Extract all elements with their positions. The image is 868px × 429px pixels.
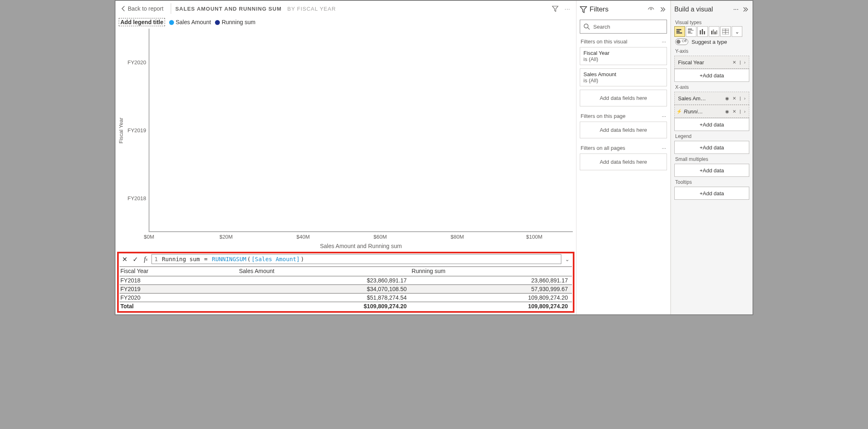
formula-table-block: ✕ ✓ fx 1 Running sum = RUNNINGSUM ([Sale… [117, 252, 574, 313]
filter-icon [580, 6, 587, 13]
svg-rect-9 [688, 33, 692, 34]
xaxis-well-label: X-axis [671, 83, 753, 91]
y-axis-title: Fiscal Year [117, 117, 125, 144]
fx-icon: fx [141, 254, 151, 264]
remove-field-icon[interactable]: ✕ [732, 96, 736, 101]
chart-legend: Add legend title Sales Amount Running su… [119, 18, 573, 26]
filter-drop-page[interactable]: Add data fields here [580, 122, 667, 138]
col-sales-amount[interactable]: Sales Amount [238, 267, 411, 276]
svg-rect-14 [713, 29, 714, 34]
svg-rect-4 [676, 31, 680, 32]
visual-type-clustered-column[interactable] [697, 26, 708, 37]
table-row[interactable]: FY2018$23,860,891.1723,860,891.17 [120, 276, 572, 285]
visual-type-stacked-column[interactable] [709, 26, 719, 37]
small-multiples-well-label: Small multiples [671, 155, 753, 163]
x-tick-label: $80M [450, 234, 464, 240]
tooltips-add-data-button[interactable]: +Add data [674, 187, 749, 200]
svg-rect-10 [700, 30, 701, 34]
svg-rect-3 [676, 29, 681, 30]
xaxis-add-data-button[interactable]: +Add data [674, 118, 749, 131]
xaxis-field-sales-amount[interactable]: Sales Am… ◉ ✕ | › [674, 92, 749, 105]
filters-on-all-label: Filters on all pages [581, 145, 625, 151]
build-title: Build a visual [674, 6, 713, 13]
separator [171, 3, 171, 14]
visual-type-more[interactable]: ⌄ [732, 26, 742, 37]
formula-expand-icon[interactable]: ⌄ [562, 256, 572, 262]
visual-type-table[interactable] [720, 26, 731, 37]
filters-on-page-label: Filters on this page [581, 113, 626, 119]
svg-rect-13 [711, 31, 712, 34]
visual-types-label: Visual types [671, 18, 753, 26]
legend-add-data-button[interactable]: +Add data [674, 141, 749, 154]
visual-title: SALES AMOUNT AND RUNNING SUM [175, 6, 282, 12]
svg-rect-11 [702, 29, 703, 34]
x-axis: $0M$20M$40M$60M$80M$100M [149, 232, 573, 242]
legend-well-label: Legend [671, 132, 753, 140]
yaxis-well-label: Y-axis [671, 47, 753, 55]
section-more-icon[interactable]: ··· [662, 38, 666, 45]
svg-rect-6 [688, 29, 692, 29]
tooltips-well-label: Tooltips [671, 178, 753, 186]
yaxis-field-fiscal-year[interactable]: Fiscal Year ✕ | › [674, 56, 749, 69]
section-more-icon[interactable]: ··· [662, 145, 666, 151]
legend-item-running: Running sum [215, 19, 255, 25]
x-tick-label: $60M [373, 234, 387, 240]
col-running-sum[interactable]: Running sum [411, 267, 572, 276]
data-table: Fiscal Year Sales Amount Running sum FY2… [120, 266, 572, 310]
x-tick-label: $20M [219, 234, 233, 240]
filter-drop-visual[interactable]: Add data fields here [580, 90, 667, 106]
legend-item-sales: Sales Amount [169, 19, 211, 25]
filter-icon[interactable] [549, 2, 561, 15]
legend-title-placeholder[interactable]: Add legend title [119, 18, 165, 26]
suggest-label: Suggest a type [692, 39, 727, 45]
x-axis-title: Sales Amount and Running sum [149, 243, 573, 249]
y-tick-label: FY2018 [125, 195, 146, 201]
filters-search-input[interactable]: Search [580, 20, 667, 34]
back-to-report[interactable]: Back to report [118, 4, 167, 14]
chevron-left-icon [121, 6, 125, 11]
formula-commit-button[interactable]: ✓ [130, 254, 140, 264]
filter-card-sales-amount[interactable]: Sales Amount is (All) [580, 68, 667, 86]
back-label: Back to report [128, 5, 163, 12]
small-multiples-add-data-button[interactable]: +Add data [674, 164, 749, 177]
svg-rect-8 [688, 32, 691, 32]
svg-point-0 [650, 8, 652, 10]
visual-subtitle: BY FISCAL YEAR [287, 6, 336, 12]
visual-type-stacked-bar[interactable] [674, 26, 685, 37]
formula-cancel-button[interactable]: ✕ [120, 254, 129, 264]
table-total-row: Total$109,809,274.20109,809,274.20 [120, 302, 572, 311]
section-more-icon[interactable]: ··· [662, 113, 666, 119]
collapse-filters-icon[interactable] [658, 3, 667, 16]
eye-icon[interactable]: ◉ [725, 109, 729, 114]
chevron-right-icon[interactable]: › [744, 109, 746, 114]
svg-rect-5 [676, 32, 682, 34]
chevron-right-icon[interactable]: › [744, 96, 746, 101]
svg-line-2 [588, 28, 590, 30]
chevron-right-icon[interactable]: › [744, 60, 746, 65]
eye-icon[interactable]: ◉ [725, 96, 729, 101]
y-tick-label: FY2020 [125, 59, 146, 65]
filter-card-fiscal-year[interactable]: Fiscal Year is (All) [580, 47, 667, 65]
eye-icon[interactable] [646, 3, 656, 16]
svg-point-1 [584, 24, 588, 28]
visual-type-clustered-bar[interactable] [686, 26, 696, 37]
filter-drop-all[interactable]: Add data fields here [580, 154, 667, 170]
remove-field-icon[interactable]: ✕ [732, 60, 736, 65]
yaxis-add-data-button[interactable]: +Add data [674, 69, 749, 82]
collapse-build-icon[interactable] [741, 3, 749, 16]
suggest-type-toggle[interactable]: Off [675, 38, 688, 45]
measure-icon: ⚡ [676, 109, 682, 114]
search-icon [583, 23, 590, 30]
filters-on-visual-label: Filters on this visual [581, 38, 627, 45]
xaxis-field-running-sum[interactable]: ⚡ Runni… ◉ ✕ | › [674, 105, 749, 118]
table-row[interactable]: FY2020$51,878,274.54109,809,274.20 [120, 294, 572, 302]
build-more-icon[interactable]: ··· [733, 6, 739, 13]
svg-rect-16 [716, 30, 717, 34]
svg-rect-12 [704, 31, 705, 34]
table-row[interactable]: FY2019$34,070,108.5057,930,999.67 [120, 285, 572, 294]
formula-input[interactable]: 1 Running sum = RUNNINGSUM ([Sales Amoun… [151, 254, 561, 264]
remove-field-icon[interactable]: ✕ [732, 109, 736, 114]
svg-rect-7 [688, 30, 694, 31]
more-options-icon[interactable]: ··· [561, 2, 574, 15]
col-fiscal-year[interactable]: Fiscal Year [120, 267, 238, 276]
